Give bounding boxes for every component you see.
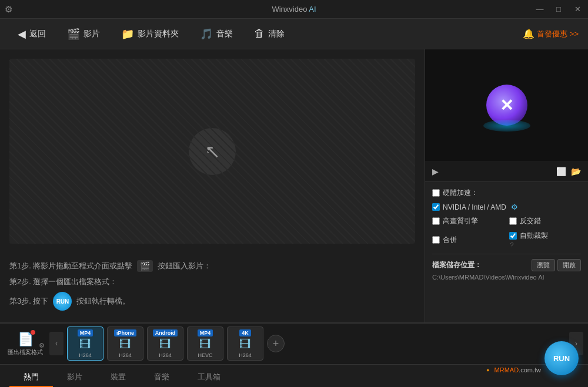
merge-checkbox[interactable]: 合併 (432, 235, 505, 245)
format-card-iphone[interactable]: iPhone 🎞 H264 (107, 327, 143, 361)
format-sub-android-h264: H264 (159, 352, 172, 358)
settings-icon[interactable]: ⚙ (5, 4, 12, 15)
format-sub-h264: H264 (79, 352, 92, 358)
fullscreen-icon[interactable]: ⬜ (556, 167, 566, 176)
export-gear-icon: ⚙ (39, 342, 45, 349)
app-title: Winxvideo AI (272, 5, 316, 14)
info-panel: 第1步. 將影片拖動至程式介面或點擊 🎬 按鈕匯入影片： 第2步. 選擇一個匯出… (0, 253, 425, 322)
file-location-label: 檔案儲存位置： (432, 260, 482, 270)
format-bar: 📄 ⚙ 匯出檔案格式 ‹ MP4 🎞 H264 iPhone 🎞 H264 An… (0, 324, 588, 364)
format-4k-icon: 🎞 (239, 338, 251, 351)
step1-row: 第1步. 將影片拖動至程式介面或點擊 🎬 按鈕匯入影片： (9, 260, 415, 272)
window-controls: — □ ✕ (534, 0, 583, 18)
auto-clip-input[interactable] (509, 232, 517, 240)
bottom-area: 📄 ⚙ 匯出檔案格式 ‹ MP4 🎞 H264 iPhone 🎞 H264 An… (0, 322, 588, 387)
folder-icon: 📁 (121, 28, 134, 41)
maximize-button[interactable]: □ (553, 4, 564, 15)
promo-button[interactable]: 🔔 首發優惠 >> (523, 28, 579, 39)
nvidia-input[interactable] (432, 203, 440, 211)
music-button[interactable]: 🎵 音樂 (192, 24, 241, 44)
options-row1: 高畫質引擎 反交錯 (432, 216, 581, 226)
drop-zone-button[interactable]: ↖ (189, 128, 236, 175)
clear-button[interactable]: 🗑 清除 (246, 24, 293, 43)
bell-icon: 🔔 (523, 28, 534, 39)
format-hevc-icon: 🎞 (199, 338, 211, 351)
file-location-buttons: 瀏覽 開啟 (532, 259, 581, 271)
title-bar: ⚙ Winxvideo AI — □ ✕ (0, 0, 588, 19)
back-button[interactable]: ◀ 返回 (9, 24, 54, 44)
run-inline-button[interactable]: RUN (53, 292, 72, 311)
export-format-label-button[interactable]: 📄 ⚙ 匯出檔案格式 (5, 327, 46, 360)
format-badge-iphone: iPhone (114, 329, 136, 336)
play-button[interactable]: ▶ (432, 167, 439, 176)
add-format-button[interactable]: + (267, 335, 285, 352)
nvidia-row: NVIDIA / Intel / AMD ⚙ (432, 203, 581, 211)
step3-row: 第3步. 按下 RUN 按鈕執行轉檔。 (9, 292, 415, 311)
format-sub-4k-h264: H264 (239, 352, 252, 358)
merge-input[interactable] (432, 236, 440, 244)
tab-video[interactable]: 影片 (53, 368, 96, 387)
format-badge-4k: 4K (239, 329, 251, 336)
format-badge-android: Android (153, 329, 178, 336)
minimize-button[interactable]: — (534, 4, 546, 15)
export-doc-icon: 📄 (18, 332, 34, 347)
nvidia-checkbox[interactable]: NVIDIA / Intel / AMD (432, 203, 506, 211)
format-file-icon: 🎞 (79, 338, 91, 351)
video-area: ↖ (0, 49, 425, 253)
options-row2: 合併 自動裁製 ? (432, 231, 581, 249)
format-card-mp4-hevc[interactable]: MP4 🎞 HEVC (187, 327, 223, 361)
format-card-android[interactable]: Android 🎞 H264 (147, 327, 183, 361)
high-quality-input[interactable] (432, 217, 440, 225)
format-sub-iphone-h264: H264 (119, 352, 132, 358)
tab-device[interactable]: 裝置 (96, 368, 140, 387)
preview-area: ✕ (425, 49, 588, 161)
format-iphone-icon: 🎞 (119, 338, 131, 351)
high-quality-checkbox[interactable]: 高畫質引擎 (432, 216, 505, 226)
drop-zone[interactable]: ↖ (9, 59, 415, 244)
video-button[interactable]: 🎬 影片 (59, 24, 108, 44)
folder-button[interactable]: 📁 影片資料夾 (113, 24, 187, 44)
format-prev-button[interactable]: ‹ (49, 332, 64, 355)
format-card-mp4-h264[interactable]: MP4 🎞 H264 (67, 327, 103, 361)
browse-button[interactable]: 瀏覽 (532, 259, 555, 271)
format-badge-mp4: MP4 (78, 329, 93, 336)
format-badge-mp4-hevc: MP4 (198, 329, 213, 336)
hardware-accel-checkbox[interactable]: 硬體加速： (432, 188, 478, 198)
toolbar: ◀ 返回 🎬 影片 📁 影片資料夾 🎵 音樂 🗑 清除 🔔 首發優惠 >> (0, 19, 588, 49)
export-label: 匯出檔案格式 (8, 349, 43, 356)
format-card-4k[interactable]: 4K 🎞 H264 (227, 327, 263, 361)
upload-icon: ↖ (205, 140, 220, 163)
auto-clip-help-icon: ? (510, 241, 514, 248)
close-button[interactable]: ✕ (572, 4, 583, 15)
logo-glow (483, 120, 530, 132)
format-android-icon: 🎞 (159, 338, 171, 351)
tab-popular[interactable]: 熱門 (9, 368, 53, 387)
settings-area: 硬體加速： NVIDIA / Intel / AMD ⚙ 高畫質引擎 (425, 182, 588, 322)
hardware-accel-input[interactable] (432, 189, 440, 197)
trash-icon: 🗑 (254, 28, 265, 40)
tab-music[interactable]: 音樂 (140, 368, 183, 387)
step2-row: 第2步. 選擇一個匯出檔案格式： (9, 277, 415, 287)
format-sub-hevc: HEVC (198, 352, 212, 358)
video-icon: 🎬 (67, 28, 80, 41)
open-button[interactable]: 開啟 (557, 259, 581, 271)
watermark: 🔸 MRMAD.com.tw (484, 366, 541, 374)
right-panel: ✕ ▶ ⬜ 📂 硬體加速： (425, 49, 588, 322)
preview-controls: ▶ ⬜ 📂 (425, 161, 588, 182)
tab-toolbox[interactable]: 工具箱 (183, 368, 235, 387)
folder-open-icon[interactable]: 📂 (571, 167, 581, 176)
deinterlace-checkbox[interactable]: 反交錯 (509, 216, 582, 226)
music-icon: 🎵 (200, 28, 213, 41)
back-icon: ◀ (18, 28, 26, 41)
deinterlace-input[interactable] (509, 217, 517, 225)
file-location-section: 檔案儲存位置： 瀏覽 開啟 C:\Users\MRMAD\Videos\Winx… (432, 254, 581, 281)
nvidia-settings-icon[interactable]: ⚙ (511, 203, 518, 211)
run-fab-button[interactable]: RUN (544, 341, 579, 375)
file-path: C:\Users\MRMAD\Videos\Winxvideo AI (432, 274, 581, 281)
import-icon-button[interactable]: 🎬 (137, 260, 153, 272)
auto-clip-checkbox[interactable]: 自動裁製 (509, 231, 582, 241)
hardware-accel-row: 硬體加速： (432, 188, 581, 198)
